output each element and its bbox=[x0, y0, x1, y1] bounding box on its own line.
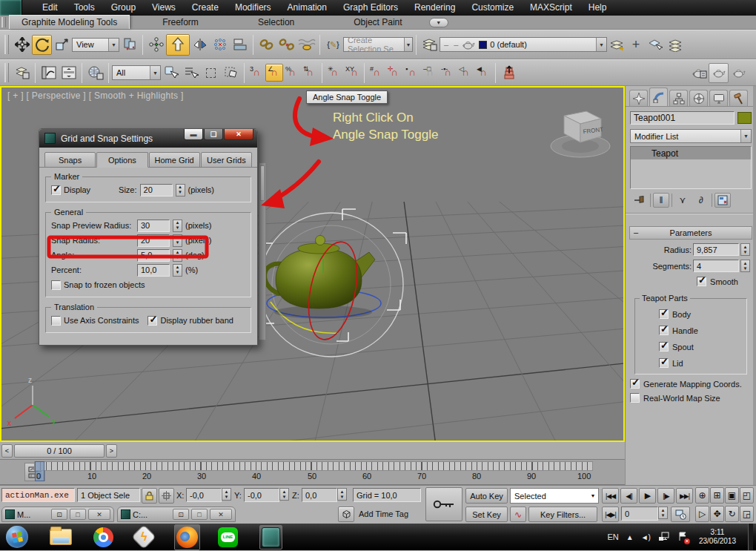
radius-spinner[interactable]: ▲▼ bbox=[740, 243, 750, 256]
track-bar-ruler[interactable] bbox=[34, 461, 593, 471]
snap-preview-radius-spinner[interactable]: ▲▼ bbox=[173, 220, 182, 232]
tray-expand-icon[interactable]: ▲ bbox=[626, 533, 634, 541]
tab-freeform[interactable]: Freeform bbox=[150, 16, 210, 29]
real-world-map-checkbox[interactable] bbox=[630, 393, 640, 403]
percent-snap-icon[interactable]: %∩ bbox=[283, 64, 301, 82]
panel-scrollbar[interactable] bbox=[753, 86, 756, 485]
line-icon[interactable]: LINE bbox=[218, 527, 238, 547]
menu-views[interactable]: Views bbox=[144, 0, 184, 16]
angle-snap-toggle-icon[interactable]: ∠∩ bbox=[265, 64, 283, 82]
viewcube[interactable]: FRONT bbox=[546, 105, 614, 160]
segments-spinner[interactable]: ▲▼ bbox=[740, 260, 750, 272]
tab-graphite-modeling-tools[interactable]: Graphite Modeling Tools bbox=[9, 15, 130, 29]
key-filters-button[interactable]: Key Filters... bbox=[528, 507, 597, 522]
ribbon-minimize-dropdown[interactable]: ▼ bbox=[429, 18, 448, 27]
named-selection-icon[interactable]: {✎} bbox=[323, 35, 343, 55]
new-key-default-in-tangent-icon[interactable]: ∿ bbox=[510, 507, 526, 522]
minimize-button[interactable]: ▬ bbox=[184, 129, 203, 140]
close-button[interactable]: ✕ bbox=[224, 129, 253, 140]
maximize-button[interactable]: ❑ bbox=[204, 129, 223, 140]
tab-snaps[interactable]: Snaps bbox=[44, 152, 96, 168]
snap-radius-field[interactable]: 20 bbox=[137, 234, 170, 247]
segments-field[interactable]: 4 bbox=[693, 260, 739, 272]
play-button[interactable]: ▶ bbox=[639, 488, 656, 504]
tray-language[interactable]: EN bbox=[608, 532, 619, 541]
object-name-field[interactable]: Teapot001 bbox=[630, 111, 735, 125]
snap-toggle-3d-icon[interactable]: 3∩ bbox=[248, 64, 265, 82]
endpoint-snap-icon[interactable]: –□∩ bbox=[421, 64, 439, 82]
next-key-button[interactable]: ||▶ bbox=[657, 488, 674, 504]
auto-key-button[interactable]: Auto Key bbox=[465, 488, 508, 504]
action-center-icon[interactable]: ✕ bbox=[677, 532, 687, 543]
go-to-end-button[interactable]: ▶▶| bbox=[676, 488, 693, 504]
z-spinner[interactable]: ▲▼ bbox=[337, 488, 347, 501]
zoom-icon[interactable]: ⊕ bbox=[695, 487, 709, 504]
menu-animation[interactable]: Animation bbox=[279, 0, 335, 16]
remove-modifier-icon[interactable]: ∂ bbox=[693, 193, 709, 208]
lid-checkbox[interactable] bbox=[659, 358, 669, 368]
maximize-icon[interactable]: □ bbox=[70, 509, 86, 520]
tab-selection[interactable]: Selection bbox=[246, 16, 306, 29]
close-icon[interactable]: ✕ bbox=[88, 509, 110, 520]
tab-user-grids[interactable]: User Grids bbox=[201, 152, 252, 168]
tab-utilities-icon[interactable] bbox=[729, 90, 748, 106]
percent-field[interactable]: 10,0 bbox=[137, 264, 170, 277]
select-scale-icon[interactable] bbox=[52, 35, 72, 55]
chrome-icon[interactable] bbox=[93, 527, 113, 547]
radius-field[interactable]: 9,857 bbox=[693, 243, 739, 256]
orbit-icon[interactable]: ↻ bbox=[725, 506, 739, 522]
time-configuration-icon[interactable] bbox=[671, 507, 690, 522]
x-spinner[interactable]: ▲▼ bbox=[222, 488, 231, 501]
use-pivot-point-icon[interactable] bbox=[119, 35, 139, 55]
modifier-stack[interactable]: Teapot bbox=[630, 146, 752, 189]
add-to-layer-icon[interactable]: + bbox=[627, 36, 645, 53]
curve-editor-icon[interactable] bbox=[39, 63, 59, 83]
select-by-name-icon[interactable] bbox=[181, 63, 201, 83]
tray-clock[interactable]: 3:11 23/06/2013 bbox=[699, 528, 736, 546]
face-snap-icon[interactable]: ◁∩ bbox=[457, 64, 474, 82]
set-key-button[interactable]: Set Key bbox=[465, 507, 508, 522]
zoom-all-icon[interactable]: ⊞ bbox=[710, 487, 724, 504]
teapot-only-icon[interactable] bbox=[729, 63, 749, 83]
y-coordinate-field[interactable]: -0,0 bbox=[244, 488, 279, 502]
select-in-layer-icon[interactable] bbox=[645, 35, 665, 55]
menu-group[interactable]: Group bbox=[103, 0, 144, 16]
max-taskbar-icon[interactable] bbox=[259, 525, 282, 550]
tab-display-icon[interactable] bbox=[709, 90, 728, 106]
tab-create-icon[interactable] bbox=[629, 90, 648, 106]
snap-frozen-checkbox[interactable] bbox=[51, 280, 61, 290]
layer-properties-icon[interactable] bbox=[12, 63, 32, 83]
reference-coordinate-dropdown[interactable]: View▼ bbox=[72, 38, 119, 52]
handle-checkbox[interactable] bbox=[659, 326, 669, 335]
dialog-titlebar[interactable]: Grid and Snap Settings ▬ ❑ ✕ bbox=[39, 129, 257, 148]
percent-spinner[interactable]: ▲▼ bbox=[173, 264, 182, 277]
minimized-window-2[interactable]: C:... ⊡ □ ✕ bbox=[117, 507, 236, 522]
size-spinner[interactable]: ▲▼ bbox=[176, 184, 185, 197]
start-button[interactable] bbox=[6, 526, 28, 548]
layer-manager-icon[interactable] bbox=[420, 35, 440, 55]
angle-spinner[interactable]: ▲▼ bbox=[173, 249, 182, 262]
object-color-swatch[interactable] bbox=[737, 112, 752, 124]
tab-hierarchy-icon[interactable] bbox=[669, 90, 688, 106]
z-coordinate-field[interactable]: 0,0 bbox=[302, 488, 337, 502]
toolbar-grip[interactable] bbox=[4, 63, 9, 82]
menu-graph-editors[interactable]: Graph Editors bbox=[335, 0, 406, 16]
pivot-snap-icon[interactable]: ✛∩ bbox=[385, 64, 403, 82]
time-slider[interactable]: 0 / 100 bbox=[14, 444, 105, 458]
show-end-result-icon[interactable]: ‖ bbox=[653, 193, 669, 208]
selection-region-icon[interactable] bbox=[201, 63, 221, 83]
generate-mapping-checkbox[interactable] bbox=[630, 379, 640, 389]
window-crossing-icon[interactable] bbox=[221, 63, 241, 83]
angle-field[interactable]: 5,0 bbox=[137, 249, 170, 262]
volume-icon[interactable]: ◄) bbox=[641, 533, 651, 541]
select-manipulate-icon[interactable] bbox=[146, 35, 166, 55]
body-checkbox[interactable] bbox=[659, 309, 669, 319]
axis-constraint-snap-icon[interactable]: XY∩ bbox=[343, 64, 361, 82]
configure-modifier-sets-icon[interactable] bbox=[714, 193, 731, 208]
layer-list-icon[interactable] bbox=[665, 35, 685, 55]
select-object-icon[interactable] bbox=[161, 63, 181, 83]
use-axis-constraints-checkbox[interactable] bbox=[51, 316, 61, 326]
spout-checkbox[interactable] bbox=[659, 342, 669, 352]
track-bar[interactable]: 0 10 20 30 40 50 60 70 80 90 100 bbox=[0, 460, 625, 485]
teapot-list-icon[interactable] bbox=[689, 63, 709, 83]
